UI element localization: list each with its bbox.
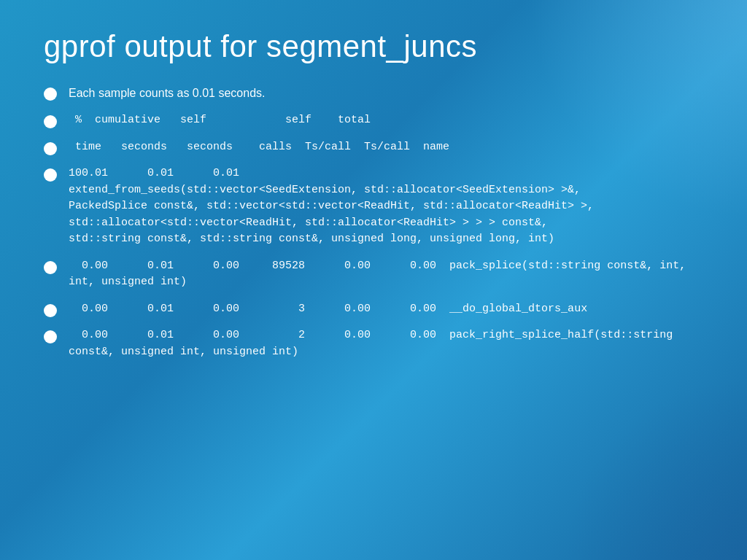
bullet-text-4: 100.01 0.01 0.01 extend_from_seeds(std::… — [69, 166, 594, 248]
bullet-dot-2 — [44, 115, 57, 128]
bullet-dot-3 — [44, 142, 57, 155]
slide-title: gprof output for segment_juncs — [44, 29, 703, 64]
slide-content: Each sample counts as 0.01 seconds. % cu… — [44, 85, 703, 531]
slide: gprof output for segment_juncs Each samp… — [0, 0, 747, 560]
bullet-item-6: 0.00 0.01 0.00 3 0.00 0.00 __do_global_d… — [44, 301, 703, 318]
bullet-dot-6 — [44, 304, 57, 317]
bullet-item-3: time seconds seconds calls Ts/call Ts/ca… — [44, 139, 703, 156]
bullet-item-4: 100.01 0.01 0.01 extend_from_seeds(std::… — [44, 166, 703, 248]
bullet-dot-5 — [44, 261, 57, 274]
bullet-text-7: 0.00 0.01 0.00 2 0.00 0.00 pack_right_sp… — [69, 327, 673, 360]
bullet-text-2: % cumulative self self total — [69, 112, 371, 129]
bullet-item-7: 0.00 0.01 0.00 2 0.00 0.00 pack_right_sp… — [44, 327, 703, 360]
bullet-item-2: % cumulative self self total — [44, 112, 703, 129]
bullet-text-1: Each sample counts as 0.01 seconds. — [69, 85, 266, 102]
bullet-dot-7 — [44, 330, 57, 343]
bullet-text-5: 0.00 0.01 0.00 89528 0.00 0.00 pack_spli… — [69, 258, 686, 291]
bullet-dot-4 — [44, 168, 57, 182]
bullet-dot-1 — [44, 88, 57, 101]
bullet-text-3: time seconds seconds calls Ts/call Ts/ca… — [69, 139, 449, 156]
bullet-item-1: Each sample counts as 0.01 seconds. — [44, 85, 703, 102]
bullet-text-6: 0.00 0.01 0.00 3 0.00 0.00 __do_global_d… — [69, 301, 587, 318]
bullet-item-5: 0.00 0.01 0.00 89528 0.00 0.00 pack_spli… — [44, 258, 703, 291]
